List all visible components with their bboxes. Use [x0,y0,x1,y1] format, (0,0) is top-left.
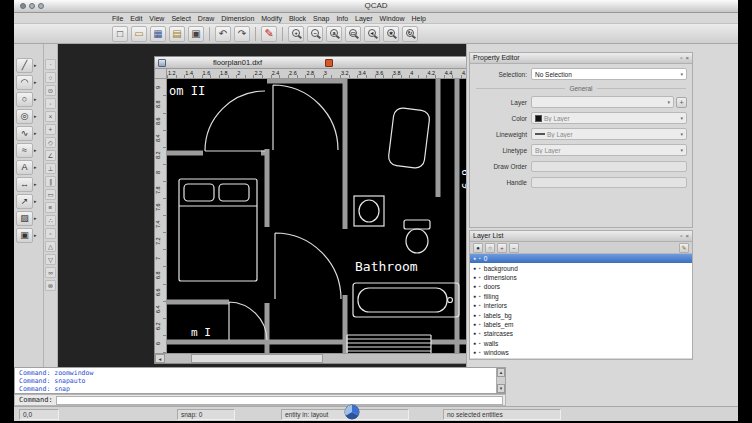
layer-row[interactable]: ● ▪ interiors [470,301,692,310]
draw-settings-button[interactable]: ✎ [261,26,277,42]
edit-layer-button[interactable]: ✎ [679,243,689,253]
dock-float-icon[interactable]: ▫ [680,233,682,239]
layer-visible-icon[interactable]: ● [473,348,476,357]
command-input[interactable] [56,396,503,405]
drawing-canvas[interactable]: om II Bathroom m I 6,9 [167,79,496,353]
dimension-tool-button[interactable]: ↔ [16,177,33,192]
menu-item[interactable]: Snap [313,13,329,23]
layer-visible-icon[interactable]: ● [473,282,476,291]
layer-lock-icon[interactable]: ▪ [479,264,481,273]
zoom-in-button[interactable]: + [288,26,304,42]
layer-row[interactable]: ● ▪ staircases [470,329,692,338]
print-button[interactable]: ▤ [169,26,185,42]
menu-item[interactable]: Layer [355,13,373,23]
window-close-icon[interactable] [20,3,26,9]
layer-visible-icon[interactable]: ● [473,320,476,329]
add-layer-button[interactable]: + [497,243,507,253]
document-titlebar[interactable]: floorplan01.dxf [155,57,506,69]
window-minimize-icon[interactable] [29,3,35,9]
snap-button[interactable]: + [45,124,56,135]
linetype-combo[interactable]: By Layer▾ [531,144,687,156]
redo-button[interactable]: ↷ [234,26,250,42]
pan-button[interactable]: ∗ [383,26,399,42]
history-scrollbar[interactable]: ▴ ▾ [496,368,505,393]
text-tool-button[interactable]: A [16,160,33,175]
scroll-down-icon[interactable]: ▾ [497,384,505,393]
layer-visible-icon[interactable]: ● [473,311,476,320]
snap-button[interactable]: ▽ [45,254,56,265]
layer-row[interactable]: ● ▪ labels_bg [470,310,692,319]
scroll-up-icon[interactable]: ▴ [497,368,505,377]
layer-lock-icon[interactable]: ▪ [479,329,481,338]
spline-tool-button[interactable]: ∿ [16,126,33,141]
snap-button[interactable]: ≡ [45,202,56,213]
snap-button[interactable]: ◇ [45,137,56,148]
layer-lock-icon[interactable]: ▪ [479,254,481,263]
layer-visible-icon[interactable]: ● [473,264,476,273]
line-tool-button[interactable]: ╱ [16,58,33,73]
hide-all-layers-button[interactable]: ○ [485,243,495,253]
layer-lock-icon[interactable]: ▪ [479,311,481,320]
menu-item[interactable]: Window [380,13,405,23]
dock-float-icon[interactable]: ▫ [680,55,682,61]
zoom-out-button[interactable]: − [307,26,323,42]
polyline-tool-button[interactable]: ≈ [16,143,33,158]
apply-layer-button[interactable]: + [676,97,687,108]
redraw-button[interactable]: ↻ [402,26,418,42]
new-file-button[interactable]: □ [112,26,128,42]
menu-item[interactable]: Select [171,13,190,23]
menu-item[interactable]: Edit [130,13,142,23]
layer-row[interactable]: ● ▪ 0 [470,254,692,263]
layer-lock-icon[interactable]: ▪ [479,292,481,301]
snap-button[interactable]: ⊗ [45,280,56,291]
block-tool-button[interactable]: ▣ [16,228,33,243]
lineweight-combo[interactable]: By Layer▾ [531,128,687,140]
layer-lock-icon[interactable]: ▪ [479,273,481,282]
snap-button[interactable]: ◦ [45,98,56,109]
layer-visible-icon[interactable]: ● [473,301,476,310]
menu-item[interactable]: Modify [261,13,282,23]
layer-visible-icon[interactable]: ● [473,339,476,348]
layer-row[interactable]: ● ▪ walls [470,339,692,348]
zoom-auto-button[interactable]: a [326,26,342,42]
scrollbar-thumb[interactable] [191,354,323,363]
document-close-button[interactable] [325,59,333,67]
layer-visible-icon[interactable]: ● [473,292,476,301]
window-maximize-icon[interactable] [38,3,44,9]
menu-item[interactable]: Block [289,13,306,23]
layer-lock-icon[interactable]: ▪ [479,301,481,310]
remove-layer-button[interactable]: − [509,243,519,253]
snap-button[interactable]: · [45,59,56,70]
snap-button[interactable]: ∠ [45,150,56,161]
layer-row[interactable]: ● ▪ windows [470,348,692,357]
snap-button[interactable]: △ [45,241,56,252]
color-combo[interactable]: By Layer▾ [531,112,687,124]
zoom-window-button[interactable]: ▭ [345,26,361,42]
leader-tool-button[interactable]: ↗ [16,194,33,209]
horizontal-scrollbar[interactable]: ◂ ▸ [155,353,496,363]
show-all-layers-button[interactable]: ● [473,243,483,253]
menu-item[interactable]: Info [336,13,348,23]
menu-item[interactable]: Draw [198,13,214,23]
menu-item[interactable]: Dimension [221,13,254,23]
scroll-left-icon[interactable]: ◂ [155,354,165,363]
layer-lock-icon[interactable]: ▪ [479,339,481,348]
print-preview-button[interactable]: ▣ [188,26,204,42]
snap-button[interactable]: ⊥ [45,163,56,174]
layer-visible-icon[interactable]: ● [473,273,476,282]
open-file-button[interactable]: ▭ [131,26,147,42]
snap-button[interactable]: ∞ [45,267,56,278]
layer-lock-icon[interactable]: ▪ [479,282,481,291]
undo-button[interactable]: ↶ [215,26,231,42]
snap-button[interactable]: ⊙ [45,85,56,96]
save-button[interactable]: ▦ [150,26,166,42]
layer-row[interactable]: ● ▪ dimensions [470,273,692,282]
snap-button[interactable]: ∥ [45,176,56,187]
snap-button[interactable]: ▭ [45,189,56,200]
layer-combo[interactable]: ▾ [531,96,674,108]
selection-combo[interactable]: No Selection▾ [531,68,687,80]
snap-button[interactable]: × [45,111,56,122]
layer-visible-icon[interactable]: ● [473,329,476,338]
arc-tool-button[interactable]: ◠ [16,75,33,90]
dock-close-icon[interactable]: × [685,55,689,61]
